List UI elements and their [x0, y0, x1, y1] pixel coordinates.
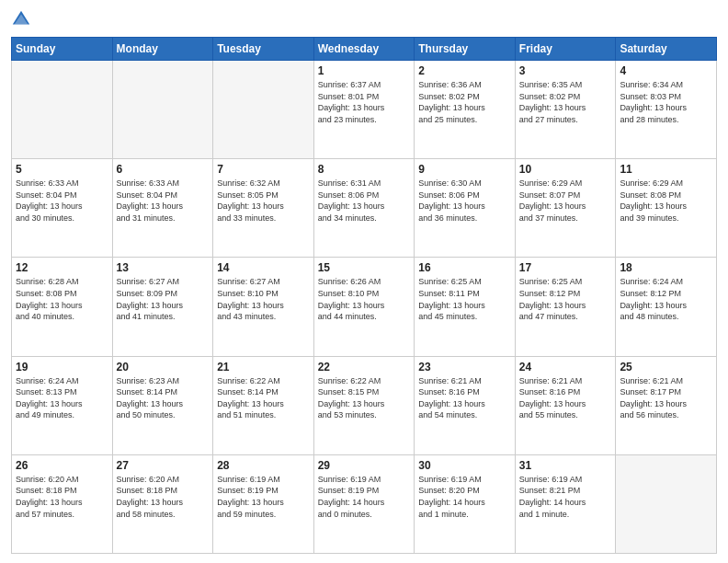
day-info: Sunrise: 6:19 AM Sunset: 8:20 PM Dayligh… — [418, 474, 511, 520]
day-number: 25 — [620, 361, 712, 373]
calendar-cell: 26Sunrise: 6:20 AM Sunset: 8:18 PM Dayli… — [12, 454, 113, 553]
day-info: Sunrise: 6:25 AM Sunset: 8:11 PM Dayligh… — [418, 276, 511, 322]
day-number: 28 — [217, 459, 310, 472]
day-number: 6 — [117, 163, 210, 176]
calendar-cell: 8Sunrise: 6:31 AM Sunset: 8:06 PM Daylig… — [313, 159, 415, 258]
weekday-header: Thursday — [415, 38, 516, 61]
logo — [11, 9, 33, 29]
weekday-header: Saturday — [616, 38, 717, 61]
day-number: 31 — [519, 459, 612, 472]
calendar-cell: 16Sunrise: 6:25 AM Sunset: 8:11 PM Dayli… — [415, 258, 516, 356]
calendar-cell: 9Sunrise: 6:30 AM Sunset: 8:06 PM Daylig… — [415, 159, 516, 258]
calendar-cell: 23Sunrise: 6:21 AM Sunset: 8:16 PM Dayli… — [415, 356, 516, 454]
weekday-header: Tuesday — [213, 38, 314, 61]
day-number: 7 — [217, 163, 310, 176]
calendar-cell: 11Sunrise: 6:29 AM Sunset: 8:08 PM Dayli… — [616, 159, 717, 258]
day-number: 4 — [620, 64, 712, 77]
day-info: Sunrise: 6:31 AM Sunset: 8:06 PM Dayligh… — [318, 178, 411, 224]
day-number: 23 — [418, 361, 511, 373]
day-info: Sunrise: 6:19 AM Sunset: 8:19 PM Dayligh… — [217, 474, 310, 520]
day-info: Sunrise: 6:27 AM Sunset: 8:10 PM Dayligh… — [217, 276, 310, 322]
day-number: 2 — [418, 64, 511, 77]
calendar-cell: 24Sunrise: 6:21 AM Sunset: 8:16 PM Dayli… — [515, 356, 616, 454]
day-info: Sunrise: 6:20 AM Sunset: 8:18 PM Dayligh… — [16, 474, 108, 520]
day-number: 13 — [117, 261, 210, 274]
day-info: Sunrise: 6:37 AM Sunset: 8:01 PM Dayligh… — [318, 79, 411, 125]
calendar-cell: 6Sunrise: 6:33 AM Sunset: 8:04 PM Daylig… — [112, 159, 213, 258]
calendar-cell — [213, 61, 314, 159]
day-number: 21 — [217, 361, 310, 373]
calendar-week-row: 5Sunrise: 6:33 AM Sunset: 8:04 PM Daylig… — [12, 159, 717, 258]
calendar-cell — [112, 61, 213, 159]
day-number: 27 — [117, 459, 210, 472]
day-info: Sunrise: 6:22 AM Sunset: 8:15 PM Dayligh… — [318, 375, 411, 421]
calendar-cell: 21Sunrise: 6:22 AM Sunset: 8:14 PM Dayli… — [213, 356, 314, 454]
calendar-cell: 29Sunrise: 6:19 AM Sunset: 8:19 PM Dayli… — [313, 454, 415, 553]
calendar-cell: 25Sunrise: 6:21 AM Sunset: 8:17 PM Dayli… — [616, 356, 717, 454]
calendar-cell: 1Sunrise: 6:37 AM Sunset: 8:01 PM Daylig… — [313, 61, 415, 159]
calendar-cell: 19Sunrise: 6:24 AM Sunset: 8:13 PM Dayli… — [12, 356, 113, 454]
day-number: 17 — [519, 261, 612, 274]
day-number: 9 — [418, 163, 511, 176]
day-info: Sunrise: 6:19 AM Sunset: 8:21 PM Dayligh… — [519, 474, 612, 520]
day-info: Sunrise: 6:20 AM Sunset: 8:18 PM Dayligh… — [117, 474, 210, 520]
day-number: 15 — [318, 261, 411, 274]
day-number: 8 — [318, 163, 411, 176]
day-number: 19 — [16, 361, 108, 373]
calendar-week-row: 1Sunrise: 6:37 AM Sunset: 8:01 PM Daylig… — [12, 61, 717, 159]
calendar-cell — [12, 61, 113, 159]
day-info: Sunrise: 6:25 AM Sunset: 8:12 PM Dayligh… — [519, 276, 612, 322]
day-info: Sunrise: 6:24 AM Sunset: 8:13 PM Dayligh… — [16, 375, 108, 421]
day-info: Sunrise: 6:29 AM Sunset: 8:08 PM Dayligh… — [620, 178, 712, 224]
day-info: Sunrise: 6:29 AM Sunset: 8:07 PM Dayligh… — [519, 178, 612, 224]
calendar-cell: 22Sunrise: 6:22 AM Sunset: 8:15 PM Dayli… — [313, 356, 415, 454]
calendar-cell: 28Sunrise: 6:19 AM Sunset: 8:19 PM Dayli… — [213, 454, 314, 553]
day-number: 12 — [16, 261, 108, 274]
calendar-cell: 17Sunrise: 6:25 AM Sunset: 8:12 PM Dayli… — [515, 258, 616, 356]
calendar-cell: 13Sunrise: 6:27 AM Sunset: 8:09 PM Dayli… — [112, 258, 213, 356]
calendar-cell: 7Sunrise: 6:32 AM Sunset: 8:05 PM Daylig… — [213, 159, 314, 258]
calendar-cell: 2Sunrise: 6:36 AM Sunset: 8:02 PM Daylig… — [415, 61, 516, 159]
calendar-cell: 30Sunrise: 6:19 AM Sunset: 8:20 PM Dayli… — [415, 454, 516, 553]
day-info: Sunrise: 6:21 AM Sunset: 8:16 PM Dayligh… — [418, 375, 511, 421]
day-info: Sunrise: 6:34 AM Sunset: 8:03 PM Dayligh… — [620, 79, 712, 125]
day-number: 24 — [519, 361, 612, 373]
day-info: Sunrise: 6:26 AM Sunset: 8:10 PM Dayligh… — [318, 276, 411, 322]
day-info: Sunrise: 6:33 AM Sunset: 8:04 PM Dayligh… — [117, 178, 210, 224]
day-info: Sunrise: 6:35 AM Sunset: 8:02 PM Dayligh… — [519, 79, 612, 125]
day-info: Sunrise: 6:24 AM Sunset: 8:12 PM Dayligh… — [620, 276, 712, 322]
day-number: 11 — [620, 163, 712, 176]
day-number: 22 — [318, 361, 411, 373]
day-info: Sunrise: 6:21 AM Sunset: 8:17 PM Dayligh… — [620, 375, 712, 421]
day-number: 20 — [117, 361, 210, 373]
day-info: Sunrise: 6:36 AM Sunset: 8:02 PM Dayligh… — [418, 79, 511, 125]
calendar-cell: 4Sunrise: 6:34 AM Sunset: 8:03 PM Daylig… — [616, 61, 717, 159]
logo-icon — [11, 9, 31, 29]
day-number: 30 — [418, 459, 511, 472]
day-info: Sunrise: 6:19 AM Sunset: 8:19 PM Dayligh… — [318, 474, 411, 520]
calendar-cell: 12Sunrise: 6:28 AM Sunset: 8:08 PM Dayli… — [12, 258, 113, 356]
calendar-week-row: 12Sunrise: 6:28 AM Sunset: 8:08 PM Dayli… — [12, 258, 717, 356]
day-number: 14 — [217, 261, 310, 274]
calendar-cell: 20Sunrise: 6:23 AM Sunset: 8:14 PM Dayli… — [112, 356, 213, 454]
calendar-week-row: 19Sunrise: 6:24 AM Sunset: 8:13 PM Dayli… — [12, 356, 717, 454]
calendar-table: SundayMondayTuesdayWednesdayThursdayFrid… — [11, 37, 717, 554]
weekday-header: Wednesday — [313, 38, 415, 61]
weekday-header: Monday — [112, 38, 213, 61]
day-number: 10 — [519, 163, 612, 176]
day-info: Sunrise: 6:32 AM Sunset: 8:05 PM Dayligh… — [217, 178, 310, 224]
day-info: Sunrise: 6:27 AM Sunset: 8:09 PM Dayligh… — [117, 276, 210, 322]
calendar-cell: 18Sunrise: 6:24 AM Sunset: 8:12 PM Dayli… — [616, 258, 717, 356]
day-number: 3 — [519, 64, 612, 77]
weekday-header: Sunday — [12, 38, 113, 61]
calendar-cell: 10Sunrise: 6:29 AM Sunset: 8:07 PM Dayli… — [515, 159, 616, 258]
day-number: 26 — [16, 459, 108, 472]
day-number: 5 — [16, 163, 108, 176]
calendar-cell: 5Sunrise: 6:33 AM Sunset: 8:04 PM Daylig… — [12, 159, 113, 258]
calendar-cell: 3Sunrise: 6:35 AM Sunset: 8:02 PM Daylig… — [515, 61, 616, 159]
calendar-cell: 31Sunrise: 6:19 AM Sunset: 8:21 PM Dayli… — [515, 454, 616, 553]
calendar-cell: 14Sunrise: 6:27 AM Sunset: 8:10 PM Dayli… — [213, 258, 314, 356]
day-info: Sunrise: 6:30 AM Sunset: 8:06 PM Dayligh… — [418, 178, 511, 224]
calendar-cell: 15Sunrise: 6:26 AM Sunset: 8:10 PM Dayli… — [313, 258, 415, 356]
day-number: 18 — [620, 261, 712, 274]
